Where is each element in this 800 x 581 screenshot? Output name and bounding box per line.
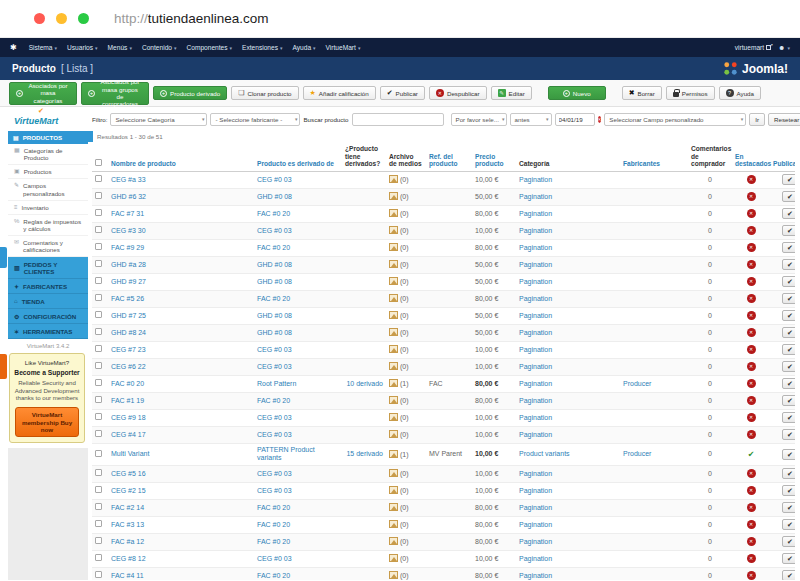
featured-off-icon[interactable] [747,520,756,529]
category-link[interactable]: Pagination [519,431,552,438]
parent-product-link[interactable]: GHD #0 08 [257,312,292,319]
published-toggle[interactable] [782,395,795,406]
user-menu[interactable] [778,44,790,51]
parent-product-link[interactable]: FAC #0 20 [257,397,290,404]
sidebar-section[interactable]: TIENDA [8,294,88,309]
product-name-link[interactable]: CEG #3 30 [111,227,146,234]
product-name-link[interactable]: CEG #4 17 [111,431,146,438]
go-button[interactable]: Ir [749,113,765,126]
row-checkbox[interactable] [95,430,102,437]
published-toggle[interactable] [782,293,795,304]
published-toggle[interactable] [782,468,795,479]
close-window-button[interactable] [34,13,45,24]
parent-product-link[interactable]: FAC #0 20 [257,521,290,528]
sidebar-item[interactable]: Comentarios y calificaciones [8,236,88,257]
product-name-link[interactable]: CEG #8 12 [111,555,146,562]
featured-off-icon[interactable] [747,328,756,337]
minimize-window-button[interactable] [56,13,67,24]
parent-product-link[interactable]: PATTERN Product variants [257,446,315,461]
category-link[interactable]: Pagination [519,261,552,268]
featured-off-icon[interactable] [747,362,756,371]
row-checkbox[interactable] [95,175,102,182]
menubar-item[interactable]: Sistema [29,44,57,51]
reset-button[interactable]: Resetear [768,113,800,126]
published-toggle[interactable] [782,570,795,580]
row-checkbox[interactable] [95,537,102,544]
toolbar-button[interactable]: Publicar [380,86,425,100]
sidebar-item[interactable]: Inventario [8,201,88,215]
published-toggle[interactable] [782,429,795,440]
sidebar-item[interactable]: Reglas de impuestos y cálculos [8,215,88,236]
published-toggle[interactable] [782,536,795,547]
menubar-item[interactable]: Usuarios [67,44,98,51]
product-name-link[interactable]: FAC #7 31 [111,210,144,217]
parent-product-link[interactable]: CEG #0 03 [257,346,292,353]
column-header[interactable]: Fabricantes [620,144,688,171]
address-bar[interactable]: http://tutiendaenlinea.com [114,11,269,26]
sidebar-item[interactable]: Productos [8,165,88,179]
product-name-link[interactable]: CEG #5 16 [111,470,146,477]
published-toggle[interactable] [782,174,795,185]
sidebar-section[interactable]: FABRICANTES [8,279,88,294]
parent-product-link[interactable]: CEG #0 03 [257,363,292,370]
product-name-link[interactable]: FAC #1 19 [111,397,144,404]
toolbar-button[interactable]: Despublicar [429,86,487,100]
comparator-select[interactable]: antes▾ [510,113,552,126]
row-checkbox[interactable] [95,450,102,457]
toolbar-button[interactable]: Ayuda [719,86,761,100]
published-toggle[interactable] [782,310,795,321]
parent-product-link[interactable]: CEG #0 03 [257,414,292,421]
menubar-item[interactable]: VirtueMart [326,44,361,51]
featured-on-icon[interactable] [748,451,755,458]
parent-product-link[interactable]: Root Pattern [257,380,296,387]
featured-off-icon[interactable] [747,192,756,201]
featured-off-icon[interactable] [747,469,756,478]
published-toggle[interactable] [782,361,795,372]
published-toggle[interactable] [782,344,795,355]
toolbar-button[interactable]: Editar [491,86,532,100]
category-link[interactable]: Pagination [519,504,552,511]
category-filter-select[interactable]: Seleccione Categoría▾ [110,113,207,126]
sidebar-section[interactable]: HERRAMIENTAS [8,324,88,339]
published-toggle[interactable] [782,225,795,236]
sidebar-section-productos[interactable]: PRODUCTOS [8,131,88,144]
row-checkbox[interactable] [95,328,102,335]
parent-product-link[interactable]: GHD #0 08 [257,193,292,200]
product-name-link[interactable]: FAC #0 20 [111,380,144,387]
featured-off-icon[interactable] [747,430,756,439]
category-link[interactable]: Product variants [519,450,570,457]
category-link[interactable]: Pagination [519,193,552,200]
column-header[interactable]: Publicado [770,144,795,171]
parent-product-link[interactable]: CEG #0 03 [257,470,292,477]
category-link[interactable]: Pagination [519,521,552,528]
derived-count-link[interactable]: 10 derivado [346,380,383,387]
product-name-link[interactable]: CEG #a 33 [111,176,146,183]
toolbar-button[interactable]: Clonar producto [231,86,298,100]
parent-product-link[interactable]: FAC #0 20 [257,295,290,302]
published-toggle[interactable] [782,449,795,460]
parent-product-link[interactable]: GHD #0 08 [257,278,292,285]
column-header[interactable]: En destacados [732,144,770,171]
row-checkbox[interactable] [95,396,102,403]
toolbar-button[interactable]: Añadir calificación [303,86,376,100]
row-checkbox[interactable] [95,345,102,352]
sidebar-item[interactable]: Categorías de Producto [8,144,88,165]
featured-off-icon[interactable] [747,396,756,405]
product-name-link[interactable]: CEG #2 15 [111,487,146,494]
menubar-item[interactable]: Menús [108,44,132,51]
featured-off-icon[interactable] [747,277,756,286]
category-link[interactable]: Pagination [519,329,552,336]
date-input[interactable] [555,113,595,126]
site-preview-link[interactable]: virtuemart [735,44,771,51]
row-checkbox[interactable] [95,379,102,386]
row-checkbox[interactable] [95,554,102,561]
product-name-link[interactable]: FAC #4 11 [111,572,144,579]
product-name-link[interactable]: CEG #9 18 [111,414,146,421]
featured-off-icon[interactable] [747,503,756,512]
published-toggle[interactable] [782,208,795,219]
published-toggle[interactable] [782,412,795,423]
product-name-link[interactable]: FAC #a 12 [111,538,144,545]
featured-off-icon[interactable] [747,571,756,580]
featured-off-icon[interactable] [747,209,756,218]
category-link[interactable]: Pagination [519,278,552,285]
